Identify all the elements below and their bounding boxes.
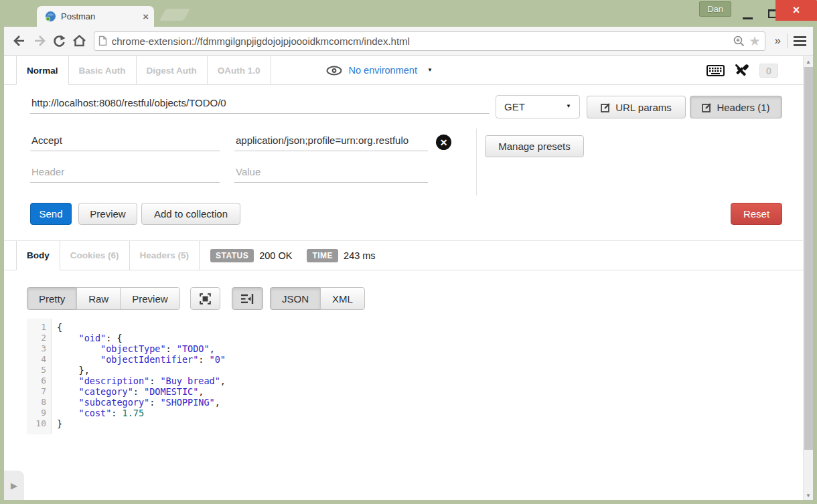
method-value: GET bbox=[504, 101, 525, 112]
tab-normal[interactable]: Normal bbox=[16, 56, 69, 85]
tab-body[interactable]: Body bbox=[16, 241, 60, 270]
tab-title: Postman bbox=[61, 11, 143, 21]
extensions-overflow-icon[interactable]: » bbox=[775, 34, 779, 48]
reset-button[interactable]: Reset bbox=[731, 203, 782, 225]
request-type-tabs: Normal Basic Auth Digest Auth OAuth 1.0 … bbox=[4, 56, 803, 85]
preview-button[interactable]: Preview bbox=[78, 203, 137, 225]
header-value-input[interactable] bbox=[234, 132, 428, 151]
keyboard-shortcuts-icon[interactable] bbox=[707, 65, 725, 76]
browser-window-body: ★ » Normal Basic Auth Digest Auth OAuth … bbox=[4, 27, 813, 500]
url-params-button[interactable]: URL params bbox=[587, 96, 686, 118]
top-right-icons: 0 bbox=[707, 56, 778, 85]
edit-icon bbox=[601, 102, 611, 112]
response-view-group: Pretty Raw Preview bbox=[27, 287, 180, 310]
request-url-input[interactable] bbox=[30, 94, 490, 114]
address-input[interactable] bbox=[112, 35, 733, 47]
postman-favicon-icon bbox=[45, 11, 56, 22]
edit-icon bbox=[702, 102, 712, 112]
bookmark-star-icon[interactable]: ★ bbox=[749, 33, 761, 49]
response-body-viewer[interactable]: 12345678910 { "oid": { "objectType": "TO… bbox=[27, 319, 455, 434]
manage-presets-button[interactable]: Manage presets bbox=[485, 135, 584, 157]
toolbar-divider bbox=[787, 33, 788, 48]
tab-oauth[interactable]: OAuth 1.0 bbox=[208, 56, 271, 84]
headers-button[interactable]: Headers (1) bbox=[690, 96, 782, 118]
collections-sidebar-toggle[interactable]: ▶ bbox=[4, 471, 24, 500]
indent-icon bbox=[241, 294, 254, 304]
json-button[interactable]: JSON bbox=[270, 287, 321, 310]
response-tabs: Body Cookies (6) Headers (5) bbox=[4, 241, 803, 270]
response-meta: STATUS 200 OK TIME 243 ms bbox=[210, 249, 385, 262]
status-badge: STATUS bbox=[210, 249, 254, 262]
browser-profile-name[interactable]: Dan bbox=[699, 1, 731, 17]
postman-app: Normal Basic Auth Digest Auth OAuth 1.0 … bbox=[4, 56, 813, 500]
tab-response-headers[interactable]: Headers (5) bbox=[130, 241, 200, 270]
response-format-group: JSON XML bbox=[270, 287, 365, 310]
environment-selector[interactable]: No environment ▼ bbox=[326, 56, 433, 84]
environment-label[interactable]: No environment bbox=[349, 65, 417, 76]
address-bar[interactable]: ★ bbox=[94, 31, 765, 51]
reload-button[interactable] bbox=[50, 31, 70, 51]
time-value: 243 ms bbox=[344, 250, 376, 261]
header-key-input-empty[interactable] bbox=[30, 163, 220, 183]
play-triangle-icon: ▶ bbox=[11, 481, 17, 491]
collapse-lines-button[interactable] bbox=[232, 287, 263, 310]
method-select[interactable]: GET ▼ bbox=[496, 95, 580, 118]
xml-button[interactable]: XML bbox=[320, 287, 365, 310]
pretty-button[interactable]: Pretty bbox=[27, 287, 77, 310]
new-tab-button[interactable] bbox=[159, 9, 190, 21]
menu-icon[interactable] bbox=[794, 36, 806, 46]
delete-header-icon[interactable]: ✕ bbox=[436, 135, 451, 150]
minimize-button[interactable] bbox=[743, 17, 753, 19]
send-button[interactable]: Send bbox=[30, 203, 72, 225]
status-value: 200 OK bbox=[259, 250, 292, 261]
expand-response-button[interactable] bbox=[190, 287, 220, 310]
tab-basic-auth[interactable]: Basic Auth bbox=[69, 56, 137, 84]
headers-divider bbox=[476, 129, 477, 195]
window-titlebar: Postman × Dan × bbox=[0, 0, 817, 27]
browser-toolbar: ★ » bbox=[4, 27, 813, 56]
browser-tab[interactable]: Postman × bbox=[37, 6, 154, 27]
document-icon bbox=[98, 35, 107, 46]
time-badge: TIME bbox=[307, 249, 338, 262]
tools-icon[interactable] bbox=[735, 64, 749, 78]
select-caret-icon: ▼ bbox=[566, 103, 571, 109]
preview-view-button[interactable]: Preview bbox=[120, 287, 179, 310]
back-button[interactable] bbox=[9, 31, 29, 51]
tab-close-icon[interactable]: × bbox=[143, 11, 149, 22]
eye-icon bbox=[326, 66, 342, 76]
home-button[interactable] bbox=[70, 31, 90, 51]
header-key-input[interactable] bbox=[30, 132, 220, 151]
close-button[interactable]: × bbox=[775, 0, 817, 21]
tab-cookies[interactable]: Cookies (6) bbox=[60, 241, 130, 270]
tab-digest-auth[interactable]: Digest Auth bbox=[137, 56, 208, 84]
header-value-input-empty[interactable] bbox=[234, 163, 428, 183]
scroll-down-icon[interactable]: ▼ bbox=[804, 490, 813, 499]
scroll-up-icon[interactable]: ▲ bbox=[804, 56, 813, 65]
code-gutter: 12345678910 bbox=[27, 319, 52, 434]
scrollbar-thumb[interactable] bbox=[804, 67, 813, 450]
add-to-collection-button[interactable]: Add to collection bbox=[141, 203, 240, 225]
page-scrollbar[interactable]: ▲ ▼ bbox=[803, 56, 813, 500]
chevron-down-icon: ▼ bbox=[427, 67, 433, 73]
fullscreen-icon bbox=[200, 293, 211, 305]
requests-counter-badge[interactable]: 0 bbox=[759, 64, 778, 78]
forward-button[interactable] bbox=[29, 31, 50, 51]
code-lines: { "oid": { "objectType": "TODO", "object… bbox=[52, 319, 226, 434]
zoom-page-icon[interactable] bbox=[733, 35, 745, 48]
raw-button[interactable]: Raw bbox=[76, 287, 121, 310]
